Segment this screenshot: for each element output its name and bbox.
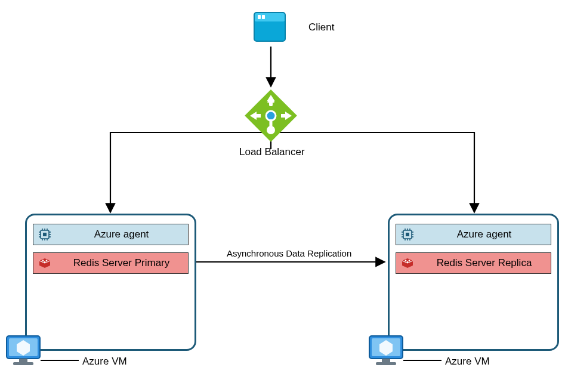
svg-point-51 bbox=[409, 260, 410, 262]
azure-vm-label-left: Azure VM bbox=[82, 356, 127, 368]
azure-agent-row-primary: Azure agent bbox=[33, 224, 189, 245]
redis-primary-label: Redis Server Primary bbox=[58, 257, 184, 269]
client-label: Client bbox=[308, 21, 334, 33]
redis-row-replica: Redis Server Replica bbox=[396, 252, 551, 274]
client-icon bbox=[252, 11, 288, 44]
svg-rect-14 bbox=[281, 114, 286, 118]
svg-rect-20 bbox=[43, 233, 47, 236]
replication-label: Asynchronous Data Replication bbox=[227, 248, 351, 258]
azure-vm-icon bbox=[368, 334, 405, 369]
vm-box-replica: Azure agent Redis Server Replica bbox=[388, 214, 559, 351]
vm-box-primary: Azure agent Redis Server Primary bbox=[25, 214, 196, 351]
svg-rect-12 bbox=[255, 114, 261, 118]
redis-icon bbox=[37, 255, 53, 271]
svg-point-34 bbox=[46, 260, 48, 262]
svg-rect-7 bbox=[262, 15, 265, 19]
azure-vm-icon bbox=[5, 334, 42, 369]
cpu-icon bbox=[400, 227, 415, 242]
load-balancer-label: Load Balancer bbox=[239, 146, 305, 158]
svg-rect-37 bbox=[406, 233, 409, 236]
svg-point-50 bbox=[405, 260, 407, 262]
svg-rect-55 bbox=[19, 359, 27, 362]
cpu-icon bbox=[37, 227, 53, 242]
azure-agent-row-replica: Azure agent bbox=[396, 224, 551, 245]
load-balancer-icon bbox=[245, 89, 297, 142]
azure-agent-label: Azure agent bbox=[58, 229, 184, 240]
azure-agent-label: Azure agent bbox=[421, 229, 547, 240]
redis-icon bbox=[400, 255, 415, 271]
azure-vm-label-right: Azure VM bbox=[445, 356, 490, 368]
svg-point-52 bbox=[407, 261, 409, 263]
redis-row-primary: Redis Server Primary bbox=[33, 252, 189, 274]
svg-point-35 bbox=[44, 261, 46, 263]
svg-rect-61 bbox=[376, 362, 396, 365]
svg-rect-10 bbox=[269, 100, 273, 106]
svg-rect-56 bbox=[13, 362, 33, 365]
svg-point-33 bbox=[42, 260, 44, 262]
redis-replica-label: Redis Server Replica bbox=[421, 257, 547, 269]
svg-rect-6 bbox=[258, 15, 261, 19]
svg-rect-60 bbox=[382, 359, 390, 362]
svg-point-18 bbox=[267, 126, 275, 134]
